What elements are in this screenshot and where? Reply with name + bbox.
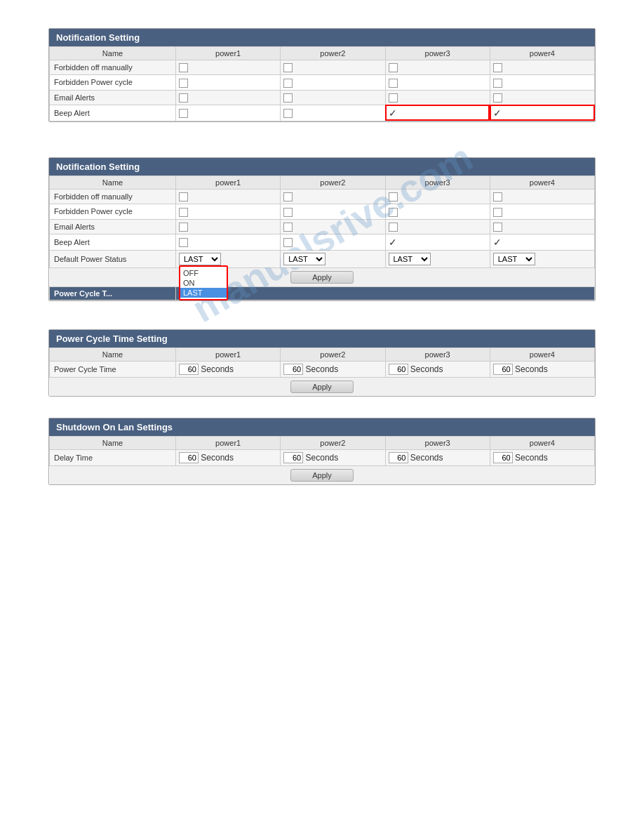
power4-cell bbox=[490, 204, 594, 219]
table-row-default-power: Default Power Status OFF ON LAST bbox=[50, 250, 595, 267]
col-power1-header: power1 bbox=[176, 47, 281, 60]
apply-button[interactable]: Apply bbox=[290, 380, 354, 393]
power2-time-input[interactable] bbox=[283, 364, 303, 375]
row-label: Beep Alert bbox=[50, 234, 176, 250]
col-power3-header: power3 bbox=[385, 176, 490, 189]
power2-cell bbox=[281, 105, 385, 121]
checkbox[interactable] bbox=[283, 109, 293, 118]
checkbox[interactable] bbox=[389, 63, 398, 72]
power2-cell bbox=[281, 60, 385, 75]
checkbox[interactable] bbox=[179, 93, 188, 102]
col-power3-header: power3 bbox=[385, 436, 490, 449]
power1-cell bbox=[176, 189, 281, 204]
power1-cell bbox=[176, 219, 281, 234]
apply-button[interactable]: Apply bbox=[290, 271, 354, 284]
row-label: Power Cycle Time bbox=[50, 361, 176, 377]
power4-time-input[interactable] bbox=[493, 364, 513, 375]
section2-header: Notification Setting bbox=[49, 158, 595, 176]
power4-cell-highlighted: ✓ bbox=[490, 105, 594, 121]
dropdown-option-on[interactable]: ON bbox=[180, 278, 227, 288]
power3-time-cell: Seconds bbox=[385, 361, 490, 377]
checkbox[interactable] bbox=[283, 238, 293, 247]
row-label: Email Alerts bbox=[50, 90, 176, 105]
table-row: Forbidden Power cycle bbox=[50, 204, 595, 219]
power2-dropdown[interactable]: OFF ON LAST bbox=[283, 253, 326, 265]
power2-time-cell: Seconds bbox=[281, 361, 385, 377]
power4-seconds-label: Seconds bbox=[515, 364, 548, 374]
checkbox[interactable] bbox=[283, 192, 293, 201]
power2-cell bbox=[281, 234, 385, 250]
power1-time-input[interactable] bbox=[179, 364, 199, 375]
table2-header-row: Name power1 power2 power3 power4 bbox=[50, 176, 595, 189]
checkbox[interactable] bbox=[283, 79, 293, 88]
row-label: Email Alerts bbox=[50, 219, 176, 234]
shutdown-lan-section: Shutdown On Lan Settings Name power1 pow… bbox=[48, 418, 596, 485]
power4-cell bbox=[490, 219, 594, 234]
power1-dropdown[interactable]: OFF ON LAST bbox=[179, 253, 221, 265]
power4-delay-input[interactable] bbox=[493, 452, 513, 463]
notification-setting-section-1: Notification Setting Name power1 power2 … bbox=[48, 28, 596, 122]
checkbox[interactable] bbox=[179, 223, 188, 232]
checkbox[interactable] bbox=[389, 223, 398, 232]
row-label: Forbidden Power cycle bbox=[50, 204, 176, 219]
power2-cell bbox=[281, 90, 385, 105]
checkbox[interactable] bbox=[389, 192, 398, 201]
checkbox[interactable] bbox=[389, 208, 398, 217]
power1-cell bbox=[176, 234, 281, 250]
partial-label: Power Cycle T... bbox=[50, 286, 176, 300]
power1-seconds-label: Seconds bbox=[201, 453, 234, 463]
checkbox[interactable] bbox=[179, 79, 188, 88]
table-row-beep-alert: Beep Alert ✓ ✓ bbox=[50, 105, 595, 121]
checkbox[interactable] bbox=[179, 208, 188, 217]
power4-cell bbox=[490, 90, 594, 105]
checkbox[interactable] bbox=[283, 208, 293, 217]
checkbox[interactable] bbox=[283, 93, 293, 102]
check-icon: ✓ bbox=[493, 237, 502, 248]
table-row: Forbidden off manually bbox=[50, 189, 595, 204]
power1-delay-cell: Seconds bbox=[176, 449, 281, 465]
row-label: Forbidden off manually bbox=[50, 189, 176, 204]
power4-dropdown[interactable]: OFF ON LAST bbox=[493, 253, 535, 265]
checkbox[interactable] bbox=[179, 63, 188, 72]
checkbox[interactable] bbox=[179, 238, 188, 247]
check-icon: ✓ bbox=[493, 107, 502, 119]
checkbox[interactable] bbox=[493, 79, 502, 88]
power3-cell bbox=[385, 90, 490, 105]
checkbox[interactable] bbox=[389, 79, 398, 88]
power3-cell-highlighted: ✓ bbox=[385, 105, 490, 121]
checkbox[interactable] bbox=[493, 208, 502, 217]
power3-delay-cell: Seconds bbox=[385, 449, 490, 465]
table-row: Forbidden Power cycle bbox=[50, 75, 595, 90]
col-name-header: Name bbox=[50, 47, 176, 60]
power3-dropdown[interactable]: OFF ON LAST bbox=[389, 253, 431, 265]
checkbox[interactable] bbox=[179, 192, 188, 201]
checkbox[interactable] bbox=[493, 192, 502, 201]
power3-delay-input[interactable] bbox=[389, 452, 408, 463]
power1-delay-input[interactable] bbox=[179, 452, 199, 463]
row-label: Beep Alert bbox=[50, 105, 176, 121]
power4-delay-cell: Seconds bbox=[490, 449, 594, 465]
checkbox[interactable] bbox=[283, 63, 293, 72]
checkbox[interactable] bbox=[389, 93, 398, 102]
checkbox[interactable] bbox=[493, 63, 502, 72]
section4-header: Shutdown On Lan Settings bbox=[49, 418, 595, 436]
checkbox[interactable] bbox=[493, 93, 502, 102]
col-power2-header: power2 bbox=[281, 176, 385, 189]
apply-button[interactable]: Apply bbox=[290, 469, 354, 482]
checkbox[interactable] bbox=[283, 223, 293, 232]
power2-delay-input[interactable] bbox=[283, 452, 303, 463]
power3-cell bbox=[385, 75, 490, 90]
checkbox[interactable] bbox=[493, 223, 502, 232]
power2-seconds-label: Seconds bbox=[306, 364, 339, 374]
col-power4-header: power4 bbox=[490, 176, 594, 189]
dropdown-option-last[interactable]: LAST bbox=[180, 288, 227, 298]
power4-cell: ✓ bbox=[490, 234, 594, 250]
checkbox[interactable] bbox=[179, 109, 188, 118]
col-power2-header: power2 bbox=[281, 436, 385, 449]
table-row: Delay Time Seconds Seconds Seconds bbox=[50, 449, 595, 465]
power3-time-input[interactable] bbox=[389, 364, 408, 375]
power-cycle-section: Power Cycle Time Setting Name power1 pow… bbox=[48, 329, 596, 397]
apply-row: Apply bbox=[50, 267, 595, 286]
dropdown-option-off[interactable]: OFF bbox=[180, 268, 227, 278]
power1-cell bbox=[176, 90, 281, 105]
